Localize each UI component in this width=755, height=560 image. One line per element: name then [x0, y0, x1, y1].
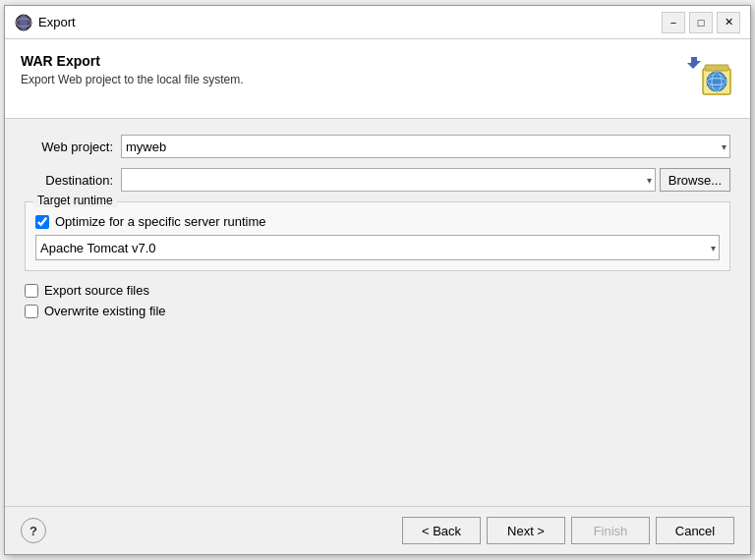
export-source-row: Export source files — [25, 283, 730, 298]
web-project-label: Web project: — [25, 140, 113, 154]
title-bar: Export − □ ✕ — [5, 6, 750, 39]
runtime-select-wrapper: Apache Tomcat v7.0 ▾ — [35, 235, 720, 260]
minimize-button[interactable]: − — [662, 12, 685, 33]
footer-left: ? — [21, 518, 46, 543]
next-button[interactable]: Next > — [487, 517, 565, 544]
destination-select[interactable] — [121, 168, 656, 192]
war-icon — [683, 53, 734, 104]
web-project-row: Web project: myweb ▾ — [25, 135, 730, 158]
footer-section: ? < Back Next > Finish Cancel — [5, 506, 750, 554]
back-button[interactable]: < Back — [402, 517, 481, 544]
dialog-description: Export Web project to the local file sys… — [21, 73, 244, 86]
optimize-row: Optimize for a specific server runtime — [35, 214, 720, 229]
window-title: Export — [38, 15, 76, 29]
title-bar-left: Export — [15, 14, 76, 31]
header-section: WAR Export Export Web project to the loc… — [5, 39, 750, 119]
export-dialog: Export − □ ✕ WAR Export Export Web proje… — [4, 5, 751, 555]
title-bar-controls: − □ ✕ — [662, 12, 740, 33]
browse-button[interactable]: Browse... — [660, 168, 730, 192]
standalone-checkboxes: Export source files Overwrite existing f… — [25, 283, 730, 318]
content-section: Web project: myweb ▾ Destination: ▾ Brow… — [5, 119, 750, 506]
restore-button[interactable]: □ — [689, 12, 713, 33]
group-box-content: Optimize for a specific server runtime A… — [35, 214, 720, 260]
target-runtime-group: Target runtime Optimize for a specific s… — [25, 201, 730, 271]
overwrite-label[interactable]: Overwrite existing file — [44, 304, 166, 318]
export-source-label[interactable]: Export source files — [44, 283, 149, 298]
header-text: WAR Export Export Web project to the loc… — [21, 53, 244, 86]
runtime-select[interactable]: Apache Tomcat v7.0 — [35, 235, 720, 260]
destination-select-wrapper: ▾ — [121, 168, 656, 192]
overwrite-row: Overwrite existing file — [25, 304, 730, 318]
optimize-label[interactable]: Optimize for a specific server runtime — [55, 214, 266, 229]
help-button[interactable]: ? — [21, 518, 46, 543]
web-project-select-wrapper: myweb ▾ — [121, 135, 730, 158]
web-project-select[interactable]: myweb — [121, 135, 730, 158]
destination-row: Destination: ▾ Browse... — [25, 168, 730, 192]
svg-rect-5 — [705, 65, 728, 71]
close-button[interactable]: ✕ — [717, 12, 740, 33]
app-icon — [15, 14, 32, 31]
dialog-title: WAR Export — [21, 53, 244, 69]
export-source-checkbox[interactable] — [25, 284, 38, 298]
footer-buttons: < Back Next > Finish Cancel — [402, 517, 734, 544]
finish-button[interactable]: Finish — [571, 517, 650, 544]
overwrite-checkbox[interactable] — [25, 305, 38, 318]
svg-point-1 — [20, 15, 28, 30]
svg-marker-3 — [687, 57, 701, 71]
cancel-button[interactable]: Cancel — [656, 517, 734, 544]
optimize-checkbox[interactable] — [35, 215, 49, 229]
target-runtime-label: Target runtime — [33, 194, 117, 207]
destination-label: Destination: — [25, 173, 113, 188]
